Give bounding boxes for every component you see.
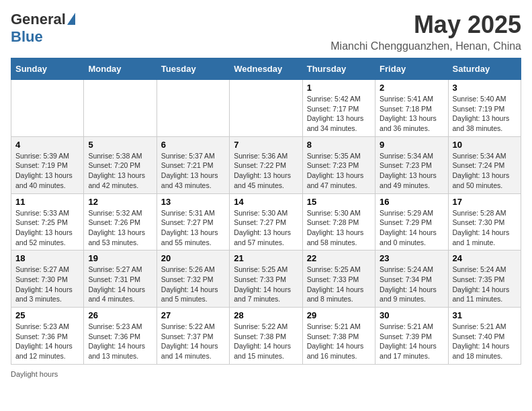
day-info: Sunrise: 5:30 AM Sunset: 7:28 PM Dayligh…	[307, 208, 371, 248]
calendar-day-cell: 6Sunrise: 5:37 AM Sunset: 7:21 PM Daylig…	[157, 136, 229, 193]
location-title: Mianchi Chengguanzhen, Henan, China	[330, 40, 521, 52]
day-number: 25	[15, 310, 79, 320]
day-number: 16	[380, 197, 443, 207]
calendar-day-cell: 25Sunrise: 5:23 AM Sunset: 7:36 PM Dayli…	[11, 308, 84, 365]
calendar-day-cell: 13Sunrise: 5:31 AM Sunset: 7:27 PM Dayli…	[157, 193, 229, 250]
day-info: Sunrise: 5:27 AM Sunset: 7:31 PM Dayligh…	[88, 265, 152, 304]
calendar-footer: Daylight hours	[11, 370, 521, 378]
day-number: 28	[234, 310, 298, 320]
day-info: Sunrise: 5:34 AM Sunset: 7:23 PM Dayligh…	[380, 151, 443, 191]
calendar-day-cell: 4Sunrise: 5:39 AM Sunset: 7:19 PM Daylig…	[11, 136, 84, 193]
day-number: 31	[453, 310, 517, 320]
day-number: 19	[88, 253, 152, 263]
calendar-day-cell: 22Sunrise: 5:25 AM Sunset: 7:33 PM Dayli…	[302, 250, 375, 308]
calendar-table: SundayMondayTuesdayWednesdayThursdayFrid…	[11, 58, 521, 365]
page-header: General Blue May 2025 Mianchi Chengguanz…	[11, 11, 521, 52]
day-info: Sunrise: 5:21 AM Sunset: 7:38 PM Dayligh…	[307, 322, 371, 361]
calendar-day-cell: 27Sunrise: 5:22 AM Sunset: 7:37 PM Dayli…	[157, 308, 229, 365]
calendar-day-cell: 20Sunrise: 5:26 AM Sunset: 7:32 PM Dayli…	[157, 250, 229, 308]
calendar-day-cell: 26Sunrise: 5:23 AM Sunset: 7:36 PM Dayli…	[84, 308, 157, 365]
logo: General Blue	[11, 11, 75, 46]
calendar-day-cell: 8Sunrise: 5:35 AM Sunset: 7:23 PM Daylig…	[302, 136, 375, 193]
calendar-day-cell: 14Sunrise: 5:30 AM Sunset: 7:27 PM Dayli…	[230, 193, 302, 250]
day-number: 11	[15, 197, 79, 207]
calendar-day-cell: 1Sunrise: 5:42 AM Sunset: 7:17 PM Daylig…	[302, 80, 375, 137]
calendar-header-row: SundayMondayTuesdayWednesdayThursdayFrid…	[11, 58, 521, 80]
day-number: 15	[307, 197, 371, 207]
day-info: Sunrise: 5:41 AM Sunset: 7:18 PM Dayligh…	[380, 94, 443, 134]
calendar-day-cell: 5Sunrise: 5:38 AM Sunset: 7:20 PM Daylig…	[84, 136, 157, 193]
calendar-day-cell	[230, 80, 302, 137]
calendar-day-cell: 19Sunrise: 5:27 AM Sunset: 7:31 PM Dayli…	[84, 250, 157, 308]
calendar-day-cell: 17Sunrise: 5:28 AM Sunset: 7:30 PM Dayli…	[448, 193, 521, 250]
calendar-day-cell: 23Sunrise: 5:24 AM Sunset: 7:34 PM Dayli…	[375, 250, 448, 308]
calendar-day-cell: 16Sunrise: 5:29 AM Sunset: 7:29 PM Dayli…	[375, 193, 448, 250]
day-number: 23	[380, 253, 443, 263]
day-number: 4	[15, 140, 79, 150]
calendar-week-row: 4Sunrise: 5:39 AM Sunset: 7:19 PM Daylig…	[11, 136, 521, 193]
calendar-day-header: Friday	[375, 58, 448, 80]
day-number: 18	[15, 253, 79, 263]
day-info: Sunrise: 5:27 AM Sunset: 7:30 PM Dayligh…	[15, 265, 79, 304]
calendar-week-row: 25Sunrise: 5:23 AM Sunset: 7:36 PM Dayli…	[11, 308, 521, 365]
day-info: Sunrise: 5:24 AM Sunset: 7:35 PM Dayligh…	[453, 265, 517, 304]
day-number: 3	[453, 83, 517, 93]
day-info: Sunrise: 5:22 AM Sunset: 7:38 PM Dayligh…	[234, 322, 298, 361]
calendar-day-header: Saturday	[448, 58, 521, 80]
day-info: Sunrise: 5:35 AM Sunset: 7:23 PM Dayligh…	[307, 151, 371, 191]
day-info: Sunrise: 5:21 AM Sunset: 7:40 PM Dayligh…	[453, 322, 517, 361]
calendar-day-cell: 12Sunrise: 5:32 AM Sunset: 7:26 PM Dayli…	[84, 193, 157, 250]
logo-general-text: General	[11, 11, 66, 28]
calendar-day-cell: 28Sunrise: 5:22 AM Sunset: 7:38 PM Dayli…	[230, 308, 302, 365]
month-title: May 2025	[330, 11, 521, 39]
day-number: 26	[88, 310, 152, 320]
day-number: 6	[161, 140, 225, 150]
day-number: 22	[307, 253, 371, 263]
day-info: Sunrise: 5:29 AM Sunset: 7:29 PM Dayligh…	[380, 208, 443, 248]
calendar-day-cell: 15Sunrise: 5:30 AM Sunset: 7:28 PM Dayli…	[302, 193, 375, 250]
day-info: Sunrise: 5:24 AM Sunset: 7:34 PM Dayligh…	[380, 265, 443, 304]
title-section: May 2025 Mianchi Chengguanzhen, Henan, C…	[330, 11, 521, 52]
calendar-day-cell: 29Sunrise: 5:21 AM Sunset: 7:38 PM Dayli…	[302, 308, 375, 365]
calendar-day-cell	[84, 80, 157, 137]
calendar-day-header: Wednesday	[230, 58, 302, 80]
day-info: Sunrise: 5:40 AM Sunset: 7:19 PM Dayligh…	[453, 94, 517, 134]
day-number: 20	[161, 253, 225, 263]
calendar-week-row: 1Sunrise: 5:42 AM Sunset: 7:17 PM Daylig…	[11, 80, 521, 137]
calendar-day-header: Tuesday	[157, 58, 229, 80]
day-info: Sunrise: 5:30 AM Sunset: 7:27 PM Dayligh…	[234, 208, 298, 248]
day-info: Sunrise: 5:36 AM Sunset: 7:22 PM Dayligh…	[234, 151, 298, 191]
logo-triangle-icon	[67, 13, 75, 25]
day-number: 13	[161, 197, 225, 207]
calendar-day-header: Sunday	[11, 58, 84, 80]
calendar-day-header: Thursday	[302, 58, 375, 80]
day-number: 17	[453, 197, 517, 207]
calendar-day-cell	[11, 80, 84, 137]
daylight-hours-item: Daylight hours	[11, 370, 58, 378]
day-number: 10	[453, 140, 517, 150]
day-number: 24	[453, 253, 517, 263]
day-info: Sunrise: 5:42 AM Sunset: 7:17 PM Dayligh…	[307, 94, 371, 134]
calendar-week-row: 11Sunrise: 5:33 AM Sunset: 7:25 PM Dayli…	[11, 193, 521, 250]
calendar-day-cell: 18Sunrise: 5:27 AM Sunset: 7:30 PM Dayli…	[11, 250, 84, 308]
day-info: Sunrise: 5:34 AM Sunset: 7:24 PM Dayligh…	[453, 151, 517, 191]
day-info: Sunrise: 5:23 AM Sunset: 7:36 PM Dayligh…	[88, 322, 152, 361]
day-info: Sunrise: 5:28 AM Sunset: 7:30 PM Dayligh…	[453, 208, 517, 248]
day-number: 21	[234, 253, 298, 263]
calendar-day-cell: 30Sunrise: 5:21 AM Sunset: 7:39 PM Dayli…	[375, 308, 448, 365]
day-number: 8	[307, 140, 371, 150]
day-info: Sunrise: 5:26 AM Sunset: 7:32 PM Dayligh…	[161, 265, 225, 304]
logo-blue-text: Blue	[11, 28, 43, 46]
day-info: Sunrise: 5:39 AM Sunset: 7:19 PM Dayligh…	[15, 151, 79, 191]
day-info: Sunrise: 5:21 AM Sunset: 7:39 PM Dayligh…	[380, 322, 443, 361]
daylight-hours-label: Daylight hours	[11, 370, 58, 378]
calendar-day-cell: 9Sunrise: 5:34 AM Sunset: 7:23 PM Daylig…	[375, 136, 448, 193]
day-info: Sunrise: 5:31 AM Sunset: 7:27 PM Dayligh…	[161, 208, 225, 248]
day-info: Sunrise: 5:22 AM Sunset: 7:37 PM Dayligh…	[161, 322, 225, 361]
calendar-day-cell: 24Sunrise: 5:24 AM Sunset: 7:35 PM Dayli…	[448, 250, 521, 308]
day-number: 1	[307, 83, 371, 93]
day-info: Sunrise: 5:33 AM Sunset: 7:25 PM Dayligh…	[15, 208, 79, 248]
calendar-day-cell: 21Sunrise: 5:25 AM Sunset: 7:33 PM Dayli…	[230, 250, 302, 308]
calendar-day-cell: 11Sunrise: 5:33 AM Sunset: 7:25 PM Dayli…	[11, 193, 84, 250]
day-info: Sunrise: 5:37 AM Sunset: 7:21 PM Dayligh…	[161, 151, 225, 191]
